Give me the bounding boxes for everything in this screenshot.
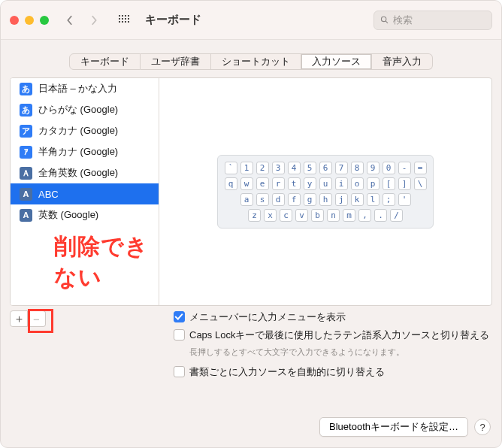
key: l (367, 193, 380, 206)
option-label: Caps Lockキーで最後に使用したラテン語系入力ソースと切り替える (189, 328, 489, 342)
svg-rect-2 (125, 15, 126, 17)
source-label: 日本語 – かな入力 (38, 82, 117, 95)
source-list: あ日本語 – かな入力あひらがな (Google)アカタカナ (Google)ｱ… (11, 78, 159, 305)
chevron-right-icon (90, 15, 98, 26)
source-item[interactable]: あ日本語 – かな入力 (11, 78, 159, 99)
keyboard-preview: `1234567890-=qwertyuiop[]\asdfghjkl;'zxc… (159, 78, 491, 305)
source-label: カタカナ (Google) (38, 124, 118, 138)
key: b (311, 209, 324, 222)
show-all-prefs-button[interactable] (113, 12, 135, 29)
remove-source-button[interactable]: − (28, 310, 46, 327)
tab-0[interactable]: キーボード (69, 53, 141, 70)
key: g (304, 193, 316, 206)
key: , (358, 209, 371, 222)
traffic-lights (10, 16, 49, 25)
add-remove-controls: ＋ − (10, 310, 46, 379)
source-item[interactable]: あひらがな (Google) (11, 99, 159, 120)
key: d (272, 193, 285, 206)
tab-4[interactable]: 音声入力 (372, 53, 433, 70)
titlebar: キーボード (1, 1, 501, 40)
key: z (248, 209, 261, 222)
grid-icon (119, 15, 129, 26)
help-button[interactable]: ? (474, 419, 491, 435)
keyboard-row: zxcvbnm,./ (222, 209, 428, 222)
key: - (398, 162, 411, 174)
source-item[interactable]: アカタカナ (Google) (11, 120, 159, 141)
key: [ (383, 177, 395, 190)
key: 7 (335, 162, 348, 174)
option-hint: 長押しするとすべて大文字で入力できるようになります。 (189, 347, 492, 358)
checkbox-icon (174, 311, 185, 322)
key: k (351, 193, 364, 206)
key: 5 (304, 162, 316, 174)
option-per-doc[interactable]: 書類ごとに入力ソースを自動的に切り替える (174, 365, 492, 379)
key: w (240, 177, 253, 190)
below-panel-row: ＋ − メニューバーに入力メニューを表示 Caps Lockキーで最後に使用した… (10, 310, 492, 379)
tab-1[interactable]: ユーザ辞書 (141, 53, 211, 70)
nav-back-button[interactable] (61, 12, 79, 29)
input-source-icon: あ (20, 83, 32, 95)
tab-2[interactable]: ショートカット (211, 53, 301, 70)
nav-forward-button[interactable] (85, 12, 103, 29)
key: ; (383, 193, 395, 206)
input-source-icon: A (20, 188, 32, 201)
key: = (414, 162, 427, 174)
key: . (374, 209, 387, 222)
svg-line-13 (386, 21, 388, 23)
key: n (327, 209, 340, 222)
key: 3 (272, 162, 285, 174)
bluetooth-keyboard-button[interactable]: Bluetoothキーボードを設定… (319, 417, 468, 437)
svg-rect-0 (119, 15, 120, 17)
svg-rect-7 (128, 18, 129, 20)
svg-rect-5 (122, 18, 123, 20)
key: 1 (240, 162, 253, 174)
svg-rect-6 (125, 18, 126, 20)
minimize-window-button[interactable] (25, 16, 34, 25)
keyboard-row: asdfghjkl;' (222, 193, 428, 206)
key: ' (398, 193, 411, 206)
source-item[interactable]: ｱ半角カナ (Google) (11, 141, 159, 162)
zoom-window-button[interactable] (40, 16, 49, 25)
key: q (225, 177, 237, 190)
input-source-icon: ｱ (20, 146, 32, 159)
option-label: 書類ごとに入力ソースを自動的に切り替える (189, 365, 385, 379)
key: / (390, 209, 403, 222)
tab-bar: キーボードユーザ辞書ショートカット入力ソース音声入力 (1, 53, 501, 70)
svg-rect-11 (128, 21, 129, 23)
input-source-icon: Ａ (20, 167, 32, 180)
key: j (335, 193, 348, 206)
annotation-text: 削除できない (54, 232, 159, 293)
source-item[interactable]: A英数 (Google) (11, 204, 159, 226)
search-icon (380, 15, 389, 25)
key: p (367, 177, 380, 190)
keyboard-row: `1234567890-= (222, 162, 428, 174)
search-field[interactable] (373, 11, 492, 30)
add-source-button[interactable]: ＋ (10, 310, 28, 327)
source-label: 全角英数 (Google) (38, 166, 118, 180)
key: u (319, 177, 332, 190)
chevron-left-icon (66, 15, 74, 26)
search-input[interactable] (393, 14, 485, 26)
checkbox-icon (174, 366, 185, 377)
key: v (295, 209, 308, 222)
key: f (288, 193, 301, 206)
key: o (351, 177, 364, 190)
option-show-menu[interactable]: メニューバーに入力メニューを表示 (174, 310, 492, 324)
source-label: ABC (38, 189, 59, 200)
key: e (256, 177, 269, 190)
checkbox-icon (174, 329, 185, 341)
bottom-bar: Bluetoothキーボードを設定… ? (1, 407, 501, 447)
key: h (319, 193, 332, 206)
tab-3[interactable]: 入力ソース (301, 53, 372, 70)
svg-point-12 (381, 17, 386, 21)
source-label: 英数 (Google) (38, 208, 98, 222)
svg-rect-4 (119, 18, 120, 20)
key: 0 (383, 162, 395, 174)
svg-rect-9 (122, 21, 123, 23)
option-caps-lock[interactable]: Caps Lockキーで最後に使用したラテン語系入力ソースと切り替える (174, 328, 492, 342)
source-item[interactable]: AABC (11, 183, 159, 204)
close-window-button[interactable] (10, 16, 19, 25)
source-label: ひらがな (Google) (38, 103, 118, 117)
options-group: メニューバーに入力メニューを表示 Caps Lockキーで最後に使用したラテン語… (174, 310, 492, 379)
source-item[interactable]: Ａ全角英数 (Google) (11, 162, 159, 183)
